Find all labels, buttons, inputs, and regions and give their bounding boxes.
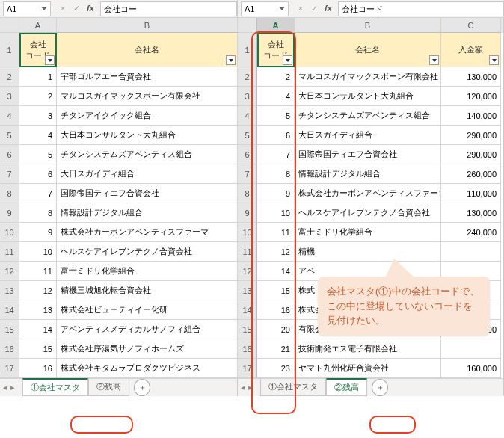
sheet-tab[interactable]: ②残高 — [88, 379, 129, 396]
formula-input[interactable]: 会社コー — [100, 1, 237, 16]
filter-icon[interactable] — [226, 55, 236, 65]
row-header[interactable]: 8 — [0, 184, 19, 203]
cell-name[interactable]: 株式会社キタムラプロダクツビジネス — [57, 359, 238, 378]
cell-name[interactable]: 大日本コンサルタント大丸組合 — [57, 126, 238, 145]
row-header[interactable]: 14 — [238, 300, 257, 320]
row-header[interactable]: 10 — [0, 223, 19, 242]
cell-name[interactable]: ヘルスケアイレブンテクノ合資会社 — [295, 203, 441, 223]
header-cell-code[interactable]: 会社 コード — [19, 33, 57, 67]
col-header-B[interactable]: B — [295, 18, 441, 33]
name-box[interactable]: A1 — [3, 1, 51, 16]
row-header[interactable]: 9 — [0, 203, 19, 223]
select-all-corner[interactable] — [238, 18, 257, 33]
sheet-tab[interactable]: ②残高 — [326, 378, 367, 396]
cell-code[interactable]: 7 — [257, 145, 295, 164]
row-header[interactable]: 2 — [238, 67, 257, 87]
cell-code[interactable]: 15 — [257, 281, 295, 300]
cell-name[interactable]: 宇部ゴルフエー合資会社 — [57, 67, 238, 87]
select-all-corner[interactable] — [0, 18, 19, 33]
cell-code[interactable]: 2 — [257, 67, 295, 87]
filter-icon[interactable] — [429, 55, 439, 65]
sheet-tab[interactable]: ①会社マスタ — [260, 379, 326, 396]
cell-name[interactable]: 株式会社ビューティイー化研 — [57, 300, 238, 320]
cell-amount[interactable] — [441, 242, 501, 262]
row-header[interactable]: 13 — [238, 281, 257, 300]
row-header[interactable]: 17 — [0, 359, 19, 378]
sheet-tab[interactable]: ①会社マスタ — [22, 378, 88, 396]
cell-code[interactable]: 11 — [257, 223, 295, 242]
cell-amount[interactable]: 130,000 — [441, 203, 501, 223]
cell-code[interactable]: 10 — [257, 203, 295, 223]
row-header[interactable]: 16 — [0, 339, 19, 359]
cell-code[interactable]: 8 — [257, 164, 295, 184]
row-header[interactable]: 6 — [238, 145, 257, 164]
header-cell-code[interactable]: 会社 コード — [257, 33, 295, 67]
cell-amount[interactable]: 140,000 — [441, 106, 501, 126]
row-header[interactable]: 1 — [0, 33, 19, 67]
row-header[interactable]: 7 — [0, 164, 19, 184]
cell-code[interactable]: 8 — [19, 203, 57, 223]
fx-icon[interactable]: fx — [84, 4, 97, 13]
cell-code[interactable]: 21 — [257, 339, 295, 359]
cell-code[interactable]: 5 — [257, 106, 295, 126]
cell-name[interactable]: 技術開発エス電子有限会社 — [295, 339, 441, 359]
cell-code[interactable]: 12 — [257, 242, 295, 262]
filter-icon[interactable] — [45, 55, 55, 65]
cell-name[interactable]: 富士ミドリ化学組合 — [57, 262, 238, 281]
cell-code[interactable]: 5 — [19, 145, 57, 164]
header-cell-name[interactable]: 会社名 — [295, 33, 441, 67]
row-header[interactable]: 14 — [0, 300, 19, 320]
header-cell-amount[interactable]: 入金額 — [441, 33, 501, 67]
fx-icon[interactable]: fx — [322, 4, 335, 13]
name-box[interactable]: A1 — [241, 1, 289, 16]
cell-amount[interactable] — [441, 339, 501, 359]
cell-name[interactable]: 国際帝国ティエフ合資会社 — [295, 145, 441, 164]
row-header[interactable]: 3 — [0, 87, 19, 106]
cell-name[interactable]: チタンアイクイック組合 — [57, 106, 238, 126]
cell-amount[interactable]: 240,000 — [441, 223, 501, 242]
filter-icon[interactable] — [283, 55, 292, 65]
cell-name[interactable]: マルコスガイマックスボーン有限会社 — [295, 67, 441, 87]
cell-code[interactable]: 2 — [19, 87, 57, 106]
cell-code[interactable]: 16 — [19, 359, 57, 378]
cell-code[interactable]: 20 — [257, 320, 295, 339]
cell-name[interactable]: 富士ミドリ化学組合 — [295, 223, 441, 242]
chevron-down-icon[interactable] — [41, 7, 47, 10]
cell-code[interactable]: 23 — [257, 359, 295, 378]
cell-code[interactable]: 4 — [257, 87, 295, 106]
cell-code[interactable]: 10 — [19, 242, 57, 262]
row-header[interactable]: 2 — [0, 67, 19, 87]
cell-amount[interactable]: 290,000 — [441, 126, 501, 145]
col-header-B[interactable]: B — [57, 18, 238, 33]
cell-name[interactable]: 大日スガイディ組合 — [295, 126, 441, 145]
cell-name[interactable]: 株式会社カーボンアベンティスファーマ — [57, 223, 238, 242]
row-header[interactable]: 6 — [0, 145, 19, 164]
cell-code[interactable]: 7 — [19, 184, 57, 203]
cell-code[interactable]: 6 — [19, 164, 57, 184]
cell-name[interactable]: 精機 — [295, 242, 441, 262]
cell-name[interactable]: 情報設計デジタル組合 — [57, 203, 238, 223]
cell-code[interactable]: 9 — [19, 223, 57, 242]
cell-name[interactable]: アベンティスメディカルサノフィ組合 — [57, 320, 238, 339]
cell-code[interactable]: 16 — [257, 300, 295, 320]
row-header[interactable]: 15 — [238, 320, 257, 339]
cell-name[interactable]: マルコスガイマックスボーン有限会社 — [57, 87, 238, 106]
row-header[interactable]: 7 — [238, 164, 257, 184]
add-sheet-button[interactable]: ＋ — [372, 379, 388, 396]
col-header-A[interactable]: A — [19, 18, 57, 33]
cell-code[interactable]: 3 — [19, 106, 57, 126]
row-header[interactable]: 9 — [238, 203, 257, 223]
cell-code[interactable]: 15 — [19, 339, 57, 359]
tab-prev-icon[interactable]: ◂ — [241, 383, 245, 392]
cell-amount[interactable]: 130,000 — [441, 67, 501, 87]
cell-name[interactable]: 株式会社序湯気サノフィホームズ — [57, 339, 238, 359]
cell-amount[interactable]: 290,000 — [441, 145, 501, 164]
cell-code[interactable]: 13 — [19, 300, 57, 320]
row-header[interactable]: 10 — [238, 223, 257, 242]
row-header[interactable]: 3 — [238, 87, 257, 106]
header-cell-name[interactable]: 会社名 — [57, 33, 238, 67]
cell-amount[interactable]: 260,000 — [441, 164, 501, 184]
cell-amount[interactable]: 120,000 — [441, 87, 501, 106]
cell-code[interactable]: 11 — [19, 262, 57, 281]
cell-code[interactable]: 4 — [19, 126, 57, 145]
